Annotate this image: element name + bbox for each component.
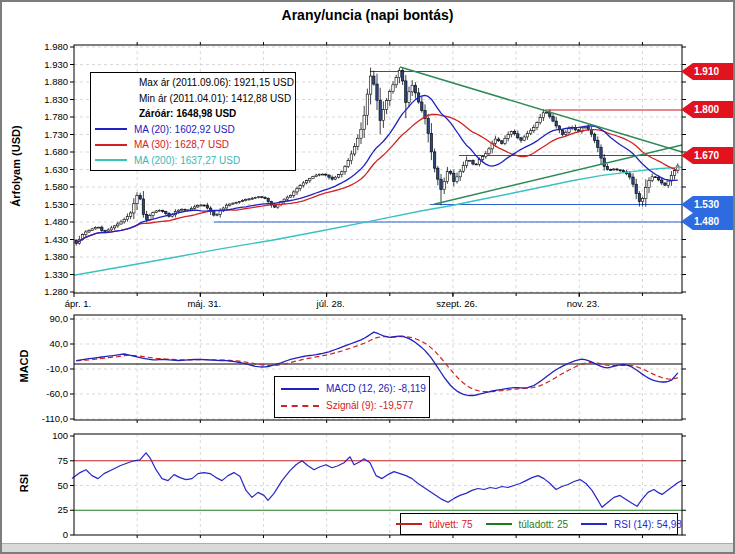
candle-body xyxy=(376,84,378,100)
candle-body xyxy=(629,174,631,177)
macd-y-tick-label: 40,0 xyxy=(50,338,69,349)
candle-body xyxy=(129,213,131,216)
candle-body xyxy=(193,207,195,208)
candle-body xyxy=(337,175,339,177)
candle-body xyxy=(158,210,160,211)
candle-body xyxy=(603,158,605,166)
candle-body xyxy=(606,166,608,169)
macd-y-tick-label: -60,0 xyxy=(46,388,68,399)
rsi-legend: túlvett: 75 túladott: 25 RSI (14): 54,98 xyxy=(400,513,678,535)
candle-body xyxy=(398,71,400,78)
candle-body xyxy=(641,198,643,201)
candle-body xyxy=(529,131,531,134)
candle-body xyxy=(136,196,138,204)
candle-body xyxy=(609,170,611,171)
candle-body xyxy=(523,137,525,140)
candle-body xyxy=(449,172,451,174)
candle-body xyxy=(248,199,250,200)
candle-body xyxy=(517,134,519,138)
candle-body xyxy=(456,177,458,182)
signal-swatch xyxy=(281,405,319,407)
candle-body xyxy=(545,112,547,113)
candle-body xyxy=(369,76,371,94)
candle-body xyxy=(261,197,263,198)
candle-body xyxy=(597,140,599,147)
candle-body xyxy=(481,157,483,160)
candle-body xyxy=(206,205,208,208)
candle-body xyxy=(245,200,247,201)
candle-body xyxy=(568,129,570,133)
candle-body xyxy=(325,174,327,175)
candle-body xyxy=(286,197,288,199)
ma30-swatch xyxy=(95,144,127,146)
macd-y-tick-label: 90,0 xyxy=(50,313,69,324)
candle-body xyxy=(536,123,538,128)
candle-body xyxy=(110,228,112,230)
candle-body xyxy=(216,214,218,215)
candle-body xyxy=(289,195,291,197)
candle-body xyxy=(616,169,618,170)
candle-body xyxy=(411,85,413,92)
candle-body xyxy=(165,212,167,214)
ma20-swatch xyxy=(95,128,127,130)
candle-body xyxy=(161,210,163,211)
price-y-tick-label: 1.730 xyxy=(44,129,68,140)
candle-body xyxy=(421,102,423,111)
candle-body xyxy=(117,224,119,226)
candle-body xyxy=(533,128,535,131)
candle-body xyxy=(238,202,240,203)
candle-body xyxy=(661,180,663,183)
price-x-tick-label: máj. 31. xyxy=(187,298,221,309)
price-y-tick-label: 1.980 xyxy=(44,41,68,52)
candle-body xyxy=(190,208,192,209)
candle-body xyxy=(357,138,359,146)
candle-body xyxy=(453,173,455,181)
candle-body xyxy=(123,219,125,222)
candle-body xyxy=(184,209,186,210)
price-axis-label: Árfolyam (USD) xyxy=(10,96,22,236)
candle-body xyxy=(366,94,368,115)
price-y-tick-label: 1.330 xyxy=(44,269,68,280)
candle-body xyxy=(510,132,512,135)
candle-body xyxy=(85,232,87,235)
macd-axis-label: MACD xyxy=(18,326,30,406)
candle-body xyxy=(520,138,522,140)
macd-y-tick-label: -10,0 xyxy=(46,363,68,374)
rsi-y-tick-label: 50 xyxy=(57,480,68,491)
candle-body xyxy=(494,139,496,143)
price-y-tick-label: 1.930 xyxy=(44,59,68,70)
price-y-tick-label: 1.830 xyxy=(44,94,68,105)
price-y-tick-label: 1.580 xyxy=(44,181,68,192)
candle-body xyxy=(328,175,330,177)
candle-body xyxy=(373,76,375,84)
candle-body xyxy=(645,188,647,199)
candle-body xyxy=(488,149,490,154)
candle-body xyxy=(565,132,567,134)
candle-body xyxy=(177,210,179,211)
chart-window: 1.9801.9301.8801.8301.7801.7301.6801.630… xyxy=(0,0,735,554)
candle-body xyxy=(133,204,135,213)
candle-body xyxy=(635,184,637,193)
price-y-tick-label: 1.630 xyxy=(44,164,68,175)
candle-body xyxy=(657,177,659,180)
chart-title: Arany/uncia (napi bontás) xyxy=(2,7,733,23)
candle-body xyxy=(648,180,650,187)
candle-body xyxy=(155,211,157,212)
candle-body xyxy=(440,179,442,189)
candle-body xyxy=(507,135,509,139)
candle-body xyxy=(315,175,317,177)
overbought-swatch xyxy=(396,523,422,525)
price-x-tick-label: nov. 23. xyxy=(567,298,600,309)
candle-body xyxy=(513,132,515,134)
candle-body xyxy=(120,222,122,224)
candle-body xyxy=(107,230,109,231)
candle-body xyxy=(101,227,103,230)
candle-body xyxy=(305,181,307,183)
candle-body xyxy=(254,198,256,199)
candle-body xyxy=(145,214,147,219)
candle-body xyxy=(296,188,298,192)
candle-body xyxy=(350,154,352,161)
candle-body xyxy=(331,177,333,179)
candle-body xyxy=(385,100,387,109)
macd-legend: MACD (12, 26): -8,119 Szignál (9): -19,5… xyxy=(274,376,430,418)
